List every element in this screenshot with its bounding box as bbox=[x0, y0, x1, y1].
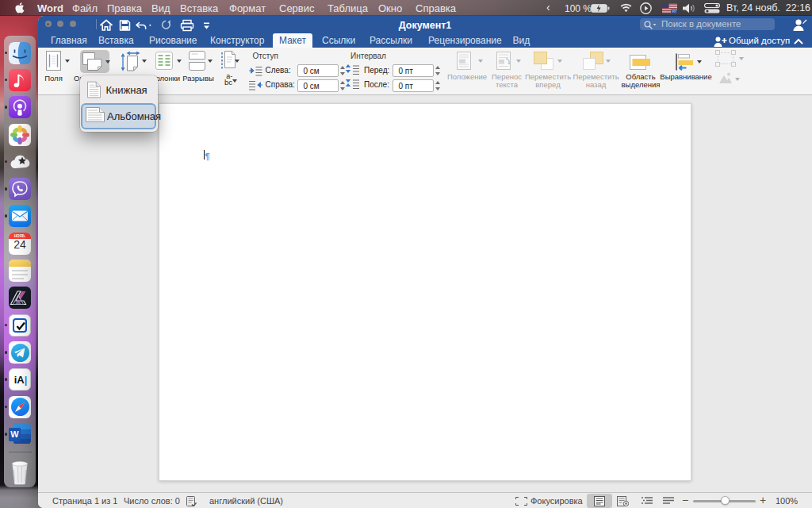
svg-text:РУ: РУ bbox=[672, 10, 676, 13]
